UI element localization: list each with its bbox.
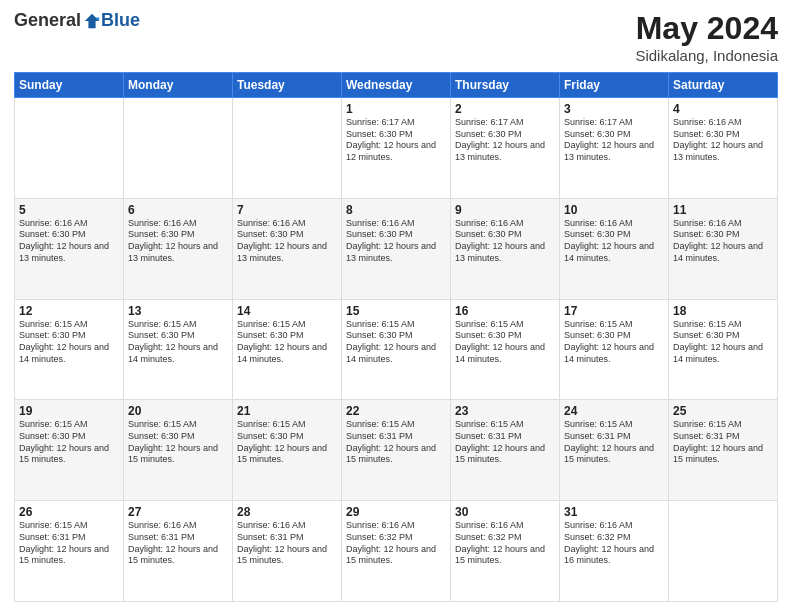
day-number: 1 — [346, 102, 446, 116]
logo-blue-text: Blue — [101, 10, 140, 31]
day-number: 23 — [455, 404, 555, 418]
day-number: 4 — [673, 102, 773, 116]
day-info: Sunrise: 6:16 AM Sunset: 6:30 PM Dayligh… — [564, 218, 664, 265]
table-row — [669, 501, 778, 602]
month-title: May 2024 — [635, 10, 778, 47]
table-row: 11Sunrise: 6:16 AM Sunset: 6:30 PM Dayli… — [669, 198, 778, 299]
day-number: 20 — [128, 404, 228, 418]
table-row: 19Sunrise: 6:15 AM Sunset: 6:30 PM Dayli… — [15, 400, 124, 501]
day-info: Sunrise: 6:16 AM Sunset: 6:32 PM Dayligh… — [455, 520, 555, 567]
table-row: 6Sunrise: 6:16 AM Sunset: 6:30 PM Daylig… — [124, 198, 233, 299]
col-wednesday: Wednesday — [342, 73, 451, 98]
day-number: 31 — [564, 505, 664, 519]
table-row: 28Sunrise: 6:16 AM Sunset: 6:31 PM Dayli… — [233, 501, 342, 602]
calendar-page: General Blue May 2024 Sidikalang, Indone… — [0, 0, 792, 612]
day-info: Sunrise: 6:15 AM Sunset: 6:30 PM Dayligh… — [673, 319, 773, 366]
day-number: 14 — [237, 304, 337, 318]
table-row — [233, 98, 342, 199]
table-row: 3Sunrise: 6:17 AM Sunset: 6:30 PM Daylig… — [560, 98, 669, 199]
day-number: 6 — [128, 203, 228, 217]
table-row: 24Sunrise: 6:15 AM Sunset: 6:31 PM Dayli… — [560, 400, 669, 501]
day-info: Sunrise: 6:16 AM Sunset: 6:30 PM Dayligh… — [455, 218, 555, 265]
day-number: 26 — [19, 505, 119, 519]
day-number: 5 — [19, 203, 119, 217]
header-right: May 2024 Sidikalang, Indonesia — [635, 10, 778, 64]
day-number: 21 — [237, 404, 337, 418]
day-number: 29 — [346, 505, 446, 519]
table-row: 21Sunrise: 6:15 AM Sunset: 6:30 PM Dayli… — [233, 400, 342, 501]
table-row: 5Sunrise: 6:16 AM Sunset: 6:30 PM Daylig… — [15, 198, 124, 299]
svg-marker-0 — [85, 13, 99, 27]
col-monday: Monday — [124, 73, 233, 98]
table-row — [124, 98, 233, 199]
table-row: 22Sunrise: 6:15 AM Sunset: 6:31 PM Dayli… — [342, 400, 451, 501]
calendar-week-2: 5Sunrise: 6:16 AM Sunset: 6:30 PM Daylig… — [15, 198, 778, 299]
table-row: 25Sunrise: 6:15 AM Sunset: 6:31 PM Dayli… — [669, 400, 778, 501]
day-info: Sunrise: 6:16 AM Sunset: 6:32 PM Dayligh… — [564, 520, 664, 567]
table-row — [15, 98, 124, 199]
table-row: 26Sunrise: 6:15 AM Sunset: 6:31 PM Dayli… — [15, 501, 124, 602]
day-number: 28 — [237, 505, 337, 519]
day-info: Sunrise: 6:15 AM Sunset: 6:30 PM Dayligh… — [128, 419, 228, 466]
table-row: 30Sunrise: 6:16 AM Sunset: 6:32 PM Dayli… — [451, 501, 560, 602]
day-info: Sunrise: 6:15 AM Sunset: 6:31 PM Dayligh… — [19, 520, 119, 567]
day-number: 12 — [19, 304, 119, 318]
day-info: Sunrise: 6:16 AM Sunset: 6:30 PM Dayligh… — [237, 218, 337, 265]
calendar-week-5: 26Sunrise: 6:15 AM Sunset: 6:31 PM Dayli… — [15, 501, 778, 602]
day-info: Sunrise: 6:15 AM Sunset: 6:30 PM Dayligh… — [564, 319, 664, 366]
day-info: Sunrise: 6:15 AM Sunset: 6:30 PM Dayligh… — [19, 419, 119, 466]
location: Sidikalang, Indonesia — [635, 47, 778, 64]
day-number: 22 — [346, 404, 446, 418]
day-number: 24 — [564, 404, 664, 418]
table-row: 31Sunrise: 6:16 AM Sunset: 6:32 PM Dayli… — [560, 501, 669, 602]
day-number: 27 — [128, 505, 228, 519]
day-number: 18 — [673, 304, 773, 318]
table-row: 10Sunrise: 6:16 AM Sunset: 6:30 PM Dayli… — [560, 198, 669, 299]
calendar-week-4: 19Sunrise: 6:15 AM Sunset: 6:30 PM Dayli… — [15, 400, 778, 501]
table-row: 23Sunrise: 6:15 AM Sunset: 6:31 PM Dayli… — [451, 400, 560, 501]
table-row: 1Sunrise: 6:17 AM Sunset: 6:30 PM Daylig… — [342, 98, 451, 199]
day-info: Sunrise: 6:15 AM Sunset: 6:31 PM Dayligh… — [455, 419, 555, 466]
day-info: Sunrise: 6:17 AM Sunset: 6:30 PM Dayligh… — [564, 117, 664, 164]
logo-general-text: General — [14, 10, 81, 31]
calendar-header-row: Sunday Monday Tuesday Wednesday Thursday… — [15, 73, 778, 98]
day-info: Sunrise: 6:16 AM Sunset: 6:31 PM Dayligh… — [237, 520, 337, 567]
table-row: 29Sunrise: 6:16 AM Sunset: 6:32 PM Dayli… — [342, 501, 451, 602]
day-info: Sunrise: 6:15 AM Sunset: 6:31 PM Dayligh… — [346, 419, 446, 466]
day-info: Sunrise: 6:15 AM Sunset: 6:30 PM Dayligh… — [237, 319, 337, 366]
day-number: 17 — [564, 304, 664, 318]
day-info: Sunrise: 6:15 AM Sunset: 6:30 PM Dayligh… — [455, 319, 555, 366]
col-saturday: Saturday — [669, 73, 778, 98]
day-info: Sunrise: 6:15 AM Sunset: 6:30 PM Dayligh… — [346, 319, 446, 366]
table-row: 9Sunrise: 6:16 AM Sunset: 6:30 PM Daylig… — [451, 198, 560, 299]
calendar-table: Sunday Monday Tuesday Wednesday Thursday… — [14, 72, 778, 602]
day-info: Sunrise: 6:16 AM Sunset: 6:30 PM Dayligh… — [128, 218, 228, 265]
col-friday: Friday — [560, 73, 669, 98]
day-number: 3 — [564, 102, 664, 116]
day-info: Sunrise: 6:16 AM Sunset: 6:30 PM Dayligh… — [673, 117, 773, 164]
day-info: Sunrise: 6:15 AM Sunset: 6:30 PM Dayligh… — [237, 419, 337, 466]
table-row: 12Sunrise: 6:15 AM Sunset: 6:30 PM Dayli… — [15, 299, 124, 400]
day-number: 10 — [564, 203, 664, 217]
table-row: 7Sunrise: 6:16 AM Sunset: 6:30 PM Daylig… — [233, 198, 342, 299]
table-row: 27Sunrise: 6:16 AM Sunset: 6:31 PM Dayli… — [124, 501, 233, 602]
day-number: 13 — [128, 304, 228, 318]
day-info: Sunrise: 6:16 AM Sunset: 6:32 PM Dayligh… — [346, 520, 446, 567]
day-info: Sunrise: 6:16 AM Sunset: 6:30 PM Dayligh… — [673, 218, 773, 265]
calendar-week-3: 12Sunrise: 6:15 AM Sunset: 6:30 PM Dayli… — [15, 299, 778, 400]
table-row: 16Sunrise: 6:15 AM Sunset: 6:30 PM Dayli… — [451, 299, 560, 400]
day-number: 9 — [455, 203, 555, 217]
col-tuesday: Tuesday — [233, 73, 342, 98]
day-number: 2 — [455, 102, 555, 116]
day-number: 8 — [346, 203, 446, 217]
day-number: 7 — [237, 203, 337, 217]
day-info: Sunrise: 6:17 AM Sunset: 6:30 PM Dayligh… — [455, 117, 555, 164]
day-info: Sunrise: 6:15 AM Sunset: 6:30 PM Dayligh… — [19, 319, 119, 366]
day-info: Sunrise: 6:17 AM Sunset: 6:30 PM Dayligh… — [346, 117, 446, 164]
header: General Blue May 2024 Sidikalang, Indone… — [14, 10, 778, 64]
day-info: Sunrise: 6:15 AM Sunset: 6:30 PM Dayligh… — [128, 319, 228, 366]
table-row: 14Sunrise: 6:15 AM Sunset: 6:30 PM Dayli… — [233, 299, 342, 400]
day-number: 19 — [19, 404, 119, 418]
table-row: 13Sunrise: 6:15 AM Sunset: 6:30 PM Dayli… — [124, 299, 233, 400]
table-row: 4Sunrise: 6:16 AM Sunset: 6:30 PM Daylig… — [669, 98, 778, 199]
